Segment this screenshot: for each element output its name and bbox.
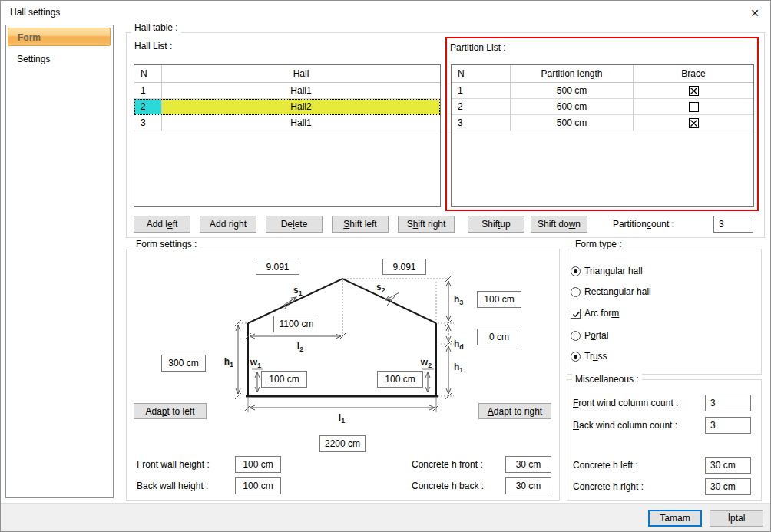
- partition-row-brace-cell[interactable]: [634, 83, 753, 98]
- label-w1: w1: [250, 357, 261, 369]
- partition-row-length[interactable]: 500 cm: [511, 115, 634, 131]
- partition-count-label: Partition count :: [588, 216, 674, 233]
- label-hd: hd: [454, 339, 464, 351]
- add-right-button[interactable]: Add right: [200, 216, 256, 233]
- w1-input[interactable]: 100 cm: [261, 371, 307, 388]
- radio-icon: [571, 331, 581, 341]
- sidebar-item-form[interactable]: Form: [8, 28, 111, 46]
- radio-portal[interactable]: Portal: [571, 330, 608, 341]
- hall-row-name[interactable]: Hall1: [162, 83, 440, 98]
- hall-row-name[interactable]: Hall1: [162, 115, 440, 131]
- sidebar-item-settings[interactable]: Settings: [8, 50, 111, 68]
- shift-up-button[interactable]: Shift up: [468, 216, 524, 233]
- h3-input[interactable]: 100 cm: [477, 291, 521, 308]
- hall-row-number[interactable]: 1: [134, 83, 162, 98]
- concrete-h-back-label: Concrete h back :: [412, 477, 484, 494]
- l2-input[interactable]: 1100 cm: [273, 316, 319, 332]
- partition-count-input[interactable]: 3: [713, 216, 753, 233]
- dialog-title: Hall settings: [10, 7, 60, 18]
- partition-header-length: Partition length: [511, 65, 634, 82]
- label-l1: l1: [339, 412, 345, 425]
- front-wall-height-input[interactable]: 100 cm: [235, 456, 281, 473]
- label-l2: l2: [297, 341, 303, 353]
- sidebar: Form Settings: [5, 25, 114, 498]
- radio-truss-label: Truss: [584, 351, 607, 362]
- concrete-h-left-input[interactable]: 30 cm: [705, 457, 751, 474]
- hall-row[interactable]: 1Hall1: [134, 83, 440, 99]
- hall-table-group-label: Hall table :: [131, 22, 181, 33]
- concrete-h-left-label: Concrete h left :: [573, 457, 638, 474]
- brace-checkbox-unchecked[interactable]: [689, 102, 699, 112]
- radio-triangular-hall-label: Triangular hall: [584, 266, 643, 276]
- hall-list-header-hall: Hall: [162, 65, 440, 82]
- back-wall-height-label: Back wall height :: [137, 477, 208, 494]
- arc-form-label: Arc form: [584, 308, 619, 319]
- radio-triangular-hall[interactable]: Triangular hall: [571, 266, 643, 276]
- partition-row-number[interactable]: 3: [452, 115, 511, 131]
- hall-row-name[interactable]: Hall2: [162, 99, 440, 114]
- add-left-button[interactable]: Add left: [134, 216, 190, 233]
- partition-row[interactable]: 3500 cm: [452, 115, 753, 131]
- close-icon[interactable]: ✕: [747, 5, 763, 21]
- radio-rectangular-hall-label: Rectangular hall: [584, 286, 651, 297]
- miscellaneous-group-label: Miscellaneous :: [572, 374, 642, 385]
- form-settings-group-label: Form settings :: [133, 239, 200, 249]
- partition-row[interactable]: 1500 cm: [452, 83, 753, 99]
- ok-button[interactable]: Tamam: [648, 510, 702, 527]
- radio-icon: [571, 266, 581, 276]
- brace-checkbox-checked[interactable]: [689, 86, 699, 96]
- concrete-h-right-input[interactable]: 30 cm: [705, 478, 751, 495]
- front-wall-height-label: Front wall height :: [137, 456, 210, 473]
- partition-row-brace-cell[interactable]: [634, 99, 753, 114]
- partition-list-table: N Partition length Brace 1500 cm2600 cm3…: [451, 64, 754, 207]
- cancel-button[interactable]: İptal: [710, 510, 763, 527]
- arc-form-checkbox[interactable]: Arc form: [571, 308, 619, 319]
- checkbox-checked-icon: [571, 309, 581, 319]
- partition-row-number[interactable]: 2: [452, 99, 511, 114]
- partition-row-length[interactable]: 600 cm: [511, 99, 634, 114]
- back-wall-height-input[interactable]: 100 cm: [235, 477, 281, 494]
- partition-header-n: N: [452, 65, 511, 82]
- adapt-to-right-button[interactable]: Adapt to right: [478, 403, 551, 419]
- partition-list-header: N Partition length Brace: [452, 65, 753, 83]
- label-h1-right: h1: [454, 362, 463, 374]
- radio-icon: [571, 352, 581, 362]
- hall-row[interactable]: 2Hall2: [134, 99, 440, 115]
- partition-row-length[interactable]: 500 cm: [511, 83, 634, 98]
- back-wind-column-count-input[interactable]: 3: [705, 417, 751, 434]
- radio-rectangular-hall[interactable]: Rectangular hall: [571, 286, 651, 297]
- partition-list-label: Partition List :: [450, 42, 506, 53]
- adapt-to-left-button[interactable]: Adapt to left: [134, 403, 207, 419]
- form-type-group-label: Form type :: [572, 239, 625, 249]
- hall-list-body: 1Hall12Hall23Hall1: [134, 83, 440, 131]
- partition-row-number[interactable]: 1: [452, 83, 511, 98]
- radio-icon: [571, 287, 581, 297]
- radio-truss[interactable]: Truss: [571, 351, 607, 362]
- footer-bar: Tamam İptal: [1, 503, 770, 531]
- concrete-h-back-input[interactable]: 30 cm: [505, 477, 551, 494]
- hd-input[interactable]: 0 cm: [477, 329, 521, 345]
- l1-input[interactable]: 2200 cm: [319, 435, 366, 452]
- delete-button[interactable]: Delete: [266, 216, 323, 233]
- shift-right-button[interactable]: Shift right: [398, 216, 455, 233]
- brace-checkbox-checked[interactable]: [689, 118, 699, 128]
- roof-slope-left-input[interactable]: 9.091: [256, 259, 299, 275]
- partition-row-brace-cell[interactable]: [634, 115, 753, 131]
- concrete-h-front-input[interactable]: 30 cm: [505, 456, 551, 473]
- shift-down-button[interactable]: Shift down: [531, 216, 587, 233]
- roof-slope-right-input[interactable]: 9.091: [382, 259, 426, 275]
- label-s1: s1: [293, 285, 303, 297]
- shift-left-button[interactable]: Shift left: [332, 216, 389, 233]
- hall-list-header-n: N: [134, 65, 162, 82]
- back-wind-column-count-label: Back wind column count :: [573, 417, 677, 434]
- label-s2: s2: [376, 282, 386, 294]
- concrete-h-front-label: Concrete h front :: [412, 456, 483, 473]
- concrete-h-right-label: Concrete h right :: [573, 478, 644, 495]
- partition-row[interactable]: 2600 cm: [452, 99, 753, 115]
- w2-input[interactable]: 100 cm: [377, 371, 423, 388]
- hall-row[interactable]: 3Hall1: [134, 115, 440, 131]
- front-wind-column-count-input[interactable]: 3: [705, 395, 751, 411]
- hall-row-number[interactable]: 2: [134, 99, 162, 114]
- h1-left-input[interactable]: 300 cm: [161, 355, 206, 372]
- hall-row-number[interactable]: 3: [134, 115, 162, 131]
